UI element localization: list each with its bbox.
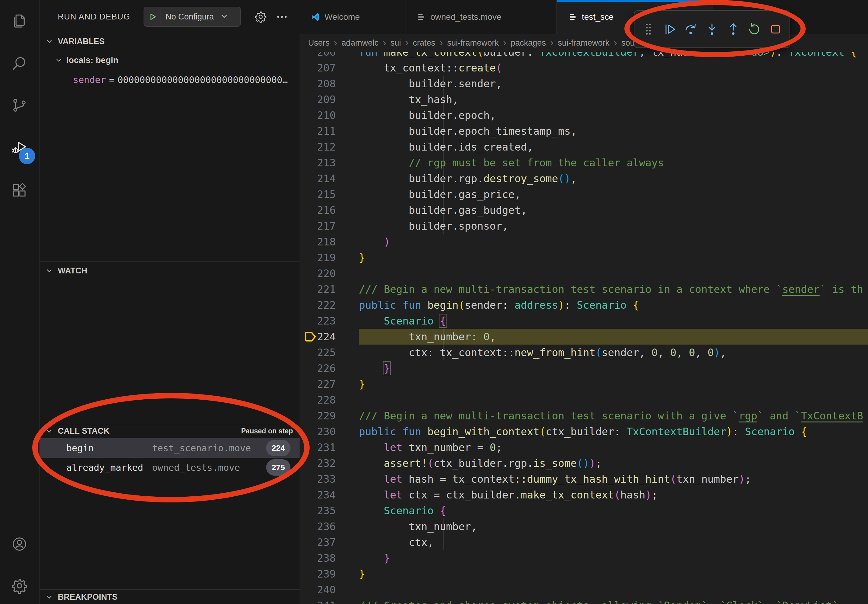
code-line-208[interactable]: 208 builder.sender, — [299, 76, 868, 91]
line-content[interactable]: let txn_number = 0; — [359, 440, 868, 455]
line-content[interactable]: builder.ids_created, — [359, 139, 868, 155]
line-content[interactable]: builder.gas_price, — [359, 186, 868, 202]
line-content[interactable]: // rgp must be set from the caller alway… — [359, 155, 868, 170]
code-line-224[interactable]: 224 txn_number: 0, — [299, 329, 868, 345]
breadcrumb-item[interactable]: sui-framework — [447, 38, 499, 48]
line-number[interactable]: 208 — [299, 76, 336, 91]
code-line-234[interactable]: 234 let ctx = ctx_builder.make_tx_contex… — [299, 487, 868, 503]
code-line-229[interactable]: 229/// Begin a new multi-transaction tes… — [299, 408, 868, 424]
line-number[interactable]: 211 — [299, 123, 336, 139]
code-line-210[interactable]: 210 builder.epoch, — [299, 107, 868, 123]
code-line-227[interactable]: 227} — [299, 376, 868, 392]
line-content[interactable]: ) — [359, 234, 868, 250]
line-number[interactable]: 230 — [299, 424, 336, 440]
activity-item-explorer[interactable] — [0, 12, 39, 31]
code-line-228[interactable]: 228 — [299, 392, 868, 408]
toolbar-drag-handle[interactable] — [640, 21, 657, 38]
code-line-225[interactable]: 225 ctx: tx_context::new_from_hint(sende… — [299, 345, 868, 360]
line-content[interactable] — [359, 392, 868, 408]
code-line-209[interactable]: 209 tx_hash, — [299, 91, 868, 107]
debug-settings-gear-icon[interactable] — [253, 9, 269, 25]
code-line-238[interactable]: 238 } — [299, 550, 868, 566]
line-number[interactable]: 237 — [299, 534, 336, 550]
code-line-215[interactable]: 215 builder.gas_price, — [299, 186, 868, 202]
continue-button[interactable] — [661, 21, 678, 38]
code-line-220[interactable]: 220 — [299, 265, 868, 281]
code-line-214[interactable]: 214 builder.rgp.destroy_some(), — [299, 170, 868, 186]
line-number[interactable]: 227 — [299, 376, 336, 392]
line-content[interactable]: ctx, — [359, 534, 868, 550]
line-content[interactable]: Scenario { — [359, 313, 868, 329]
line-number[interactable]: 233 — [299, 471, 336, 487]
breadcrumb-item[interactable]: crates — [413, 38, 436, 48]
code-line-226[interactable]: 226 } — [299, 360, 868, 376]
line-content[interactable]: builder.sponsor, — [359, 218, 868, 234]
line-number[interactable]: 209 — [299, 91, 336, 107]
line-number[interactable]: 219 — [299, 250, 336, 265]
line-content[interactable]: /// Creates and shares system objects, a… — [359, 598, 868, 604]
breadcrumb-item[interactable]: packages — [511, 38, 546, 48]
line-content[interactable]: } — [359, 550, 868, 566]
step-into-button[interactable] — [704, 21, 721, 38]
code-line-239[interactable]: 239} — [299, 566, 868, 582]
variables-scope-row[interactable]: locals: begin — [40, 52, 299, 68]
line-number[interactable]: 222 — [299, 297, 336, 313]
breadcrumb-item[interactable]: sui — [391, 38, 401, 48]
code-line-236[interactable]: 236 txn_number, — [299, 519, 868, 534]
line-number[interactable]: 238 — [299, 550, 336, 566]
line-content[interactable]: let hash = tx_context::dummy_tx_hash_wit… — [359, 471, 868, 487]
line-number[interactable]: 217 — [299, 218, 336, 234]
code-line-217[interactable]: 217 builder.sponsor, — [299, 218, 868, 234]
variable-row[interactable]: sender = 000000000000000000000000000000… — [73, 72, 299, 88]
line-content[interactable]: txn_number, — [359, 519, 868, 534]
line-content[interactable]: /// Begin a new multi-transaction test s… — [359, 281, 868, 297]
call-stack-frame[interactable]: already_markedowned_tests.move275 — [40, 458, 299, 477]
line-number[interactable]: 241 — [299, 598, 336, 604]
line-number[interactable]: 235 — [299, 503, 336, 519]
breadcrumb-item[interactable]: sui-framework — [558, 38, 609, 48]
code-line-235[interactable]: 235 Scenario { — [299, 503, 868, 519]
line-number[interactable]: 240 — [299, 582, 336, 598]
code-line-222[interactable]: 222public fun begin(sender: address): Sc… — [299, 297, 868, 313]
code-line-230[interactable]: 230public fun begin_with_context(ctx_bui… — [299, 424, 868, 440]
line-content[interactable]: builder.rgp.destroy_some(), — [359, 170, 868, 186]
line-number[interactable]: 210 — [299, 107, 336, 123]
code-line-233[interactable]: 233 let hash = tx_context::dummy_tx_hash… — [299, 471, 868, 487]
line-content[interactable]: builder.gas_budget, — [359, 202, 868, 218]
line-content[interactable]: public fun begin(sender: address): Scena… — [359, 297, 868, 313]
line-number[interactable]: 234 — [299, 487, 336, 503]
section-breakpoints[interactable]: BREAKPOINTS — [40, 590, 299, 604]
line-content[interactable]: } — [359, 376, 868, 392]
line-content[interactable]: } — [359, 566, 868, 582]
code-line-232[interactable]: 232 assert!(ctx_builder.rgp.is_some()); — [299, 455, 868, 471]
line-number[interactable]: 224 — [299, 329, 336, 345]
debug-configuration-dropdown[interactable]: No Configura — [144, 7, 241, 27]
line-content[interactable]: } — [359, 250, 868, 265]
line-number[interactable]: 223 — [299, 313, 336, 329]
stop-button[interactable] — [767, 21, 784, 38]
call-stack-frame[interactable]: begintest_scenario.move224 — [40, 438, 299, 458]
code-line-221[interactable]: 221/// Begin a new multi-transaction tes… — [299, 281, 868, 297]
line-number[interactable]: 214 — [299, 170, 336, 186]
line-content[interactable]: tx_hash, — [359, 91, 868, 107]
code-line-241[interactable]: 241/// Creates and shares system objects… — [299, 598, 868, 604]
code-line-231[interactable]: 231 let txn_number = 0; — [299, 440, 868, 455]
code-line-211[interactable]: 211 builder.epoch_timestamp_ms, — [299, 123, 868, 139]
line-content[interactable]: tx_context::create( — [359, 60, 868, 76]
line-number[interactable]: 225 — [299, 345, 336, 360]
line-number[interactable]: 239 — [299, 566, 336, 582]
activity-item-accounts[interactable] — [0, 535, 39, 554]
line-content[interactable]: txn_number: 0, — [359, 329, 868, 345]
line-number[interactable]: 228 — [299, 392, 336, 408]
line-content[interactable]: builder.epoch_timestamp_ms, — [359, 123, 868, 139]
code-line-216[interactable]: 216 builder.gas_budget, — [299, 202, 868, 218]
section-call-stack[interactable]: CALL STACK Paused on step — [40, 424, 299, 438]
line-content[interactable]: Scenario { — [359, 503, 868, 519]
line-content[interactable] — [359, 582, 868, 598]
tab-owned-tests-move[interactable]: owned_tests.move — [405, 0, 557, 34]
section-watch[interactable]: WATCH — [40, 262, 299, 279]
line-number[interactable]: 226 — [299, 360, 336, 376]
code-line-207[interactable]: 207 tx_context::create( — [299, 60, 868, 76]
breadcrumb-item[interactable]: Users — [308, 38, 330, 48]
line-number[interactable]: 213 — [299, 155, 336, 170]
